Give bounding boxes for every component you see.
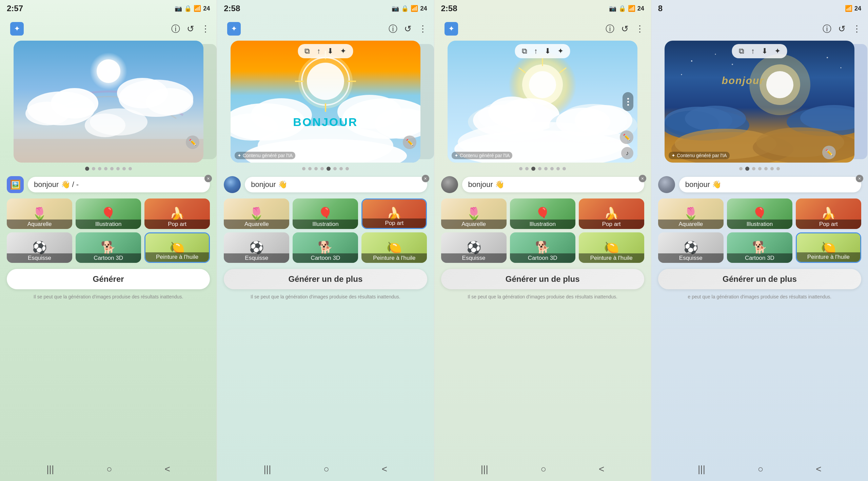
style-esquisse-1[interactable]: ⚽ Esquisse [7, 232, 72, 263]
download-icon-4[interactable]: ⬇ [762, 47, 768, 56]
style-popart-2[interactable]: 🍌 Pop art [361, 198, 427, 229]
style-peinture-2[interactable]: 🍋 Peinture à l'huile [361, 232, 427, 263]
close-prompt-1[interactable]: × [204, 175, 212, 182]
share-icon-4[interactable]: ↑ [751, 47, 755, 56]
dot-2-2 [308, 167, 312, 170]
edit-button-3[interactable]: ✏️ [620, 130, 633, 144]
more-icon-4[interactable]: ⋮ [852, 24, 861, 34]
style-popart-1[interactable]: 🍌 Pop art [144, 198, 210, 229]
style-cartoon3d-4[interactable]: 🐕 Cartoon 3D [727, 232, 792, 263]
info-icon-2[interactable]: ⓘ [389, 23, 397, 35]
close-prompt-3[interactable]: × [639, 175, 646, 182]
sparkle-icon-2[interactable]: ✦ [227, 22, 241, 36]
style-peinture-3[interactable]: 🍋 Peinture à l'huile [579, 232, 644, 263]
info-icon-3[interactable]: ⓘ [606, 23, 614, 35]
style-cartoon3d-2[interactable]: 🐕 Cartoon 3D [293, 232, 358, 263]
svg-point-64 [827, 57, 828, 58]
menu-nav-3[interactable]: ||| [481, 464, 488, 475]
main-image-3[interactable]: ⧉ ↑ ⬇ ✦ [448, 41, 637, 163]
dot-1-1 [85, 167, 89, 171]
style-peinture-4[interactable]: 🍋 Peinture à l'huile [796, 232, 861, 263]
download-icon-3[interactable]: ⬇ [545, 47, 551, 56]
refresh-icon-2[interactable]: ↺ [404, 24, 412, 34]
camera-icon-1: 📷 [175, 5, 182, 12]
style-aquarelle-2[interactable]: 🌷 Aquarelle [224, 198, 289, 229]
magic-icon-2[interactable]: ✦ [340, 47, 346, 56]
style-popart-4[interactable]: 🍌 Pop art [796, 198, 861, 229]
home-nav-4[interactable]: ○ [758, 464, 764, 475]
refresh-icon-4[interactable]: ↺ [838, 24, 846, 34]
close-prompt-4[interactable]: × [856, 175, 863, 182]
magic-icon-3[interactable]: ✦ [557, 47, 564, 56]
wifi-icon-1: 📶 [194, 5, 201, 12]
copy-icon-2[interactable]: ⧉ [304, 47, 310, 56]
home-nav-2[interactable]: ○ [323, 464, 329, 475]
back-nav-4[interactable]: < [816, 464, 821, 475]
generate-button-3[interactable]: Générer un de plus [441, 269, 644, 289]
back-nav-1[interactable]: < [165, 464, 170, 475]
generate-button-4[interactable]: Générer un de plus [658, 269, 861, 289]
dot-2-8 [346, 167, 349, 170]
style-popart-3[interactable]: 🍌 Pop art [579, 198, 644, 229]
sparkle-icon-1[interactable]: ✦ [10, 22, 24, 36]
dot-1-7 [122, 167, 126, 170]
more-icon-1[interactable]: ⋮ [201, 24, 210, 34]
more-icon-3[interactable]: ⋮ [635, 24, 644, 34]
style-aquarelle-3[interactable]: 🌷 Aquarelle [441, 198, 507, 229]
prompt-chip-1[interactable]: bonjour 👋 / - × [28, 177, 210, 192]
music-button-3[interactable]: ♪ [621, 147, 633, 159]
camera-icon-3: 📷 [609, 5, 616, 12]
refresh-icon-1[interactable]: ↺ [187, 24, 194, 34]
more-icon-2[interactable]: ⋮ [418, 24, 427, 34]
prompt-chip-4[interactable]: bonjour 👋 × [679, 177, 861, 192]
style-grid-1: 🌷 Aquarelle 🎈 Illustration 🍌 Pop art ⚽ E… [0, 196, 217, 266]
info-icon-4[interactable]: ⓘ [823, 23, 831, 35]
edit-button-1[interactable]: ✏️ [186, 135, 199, 149]
more-dots-3[interactable] [623, 92, 633, 111]
sparkle-icon-3[interactable]: ✦ [445, 22, 458, 36]
copy-icon-3[interactable]: ⧉ [522, 47, 527, 56]
style-peinture-1[interactable]: 🍋 Peinture à l'huile [144, 232, 210, 263]
svg-point-62 [732, 64, 733, 65]
generate-button-2[interactable]: Générer un de plus [224, 269, 427, 289]
avatar-2 [224, 176, 241, 193]
style-illustration-3[interactable]: 🎈 Illustration [510, 198, 575, 229]
download-icon-2[interactable]: ⬇ [327, 47, 333, 56]
copy-icon-4[interactable]: ⧉ [739, 47, 744, 56]
menu-nav-4[interactable]: ||| [698, 464, 705, 475]
home-nav-1[interactable]: ○ [106, 464, 112, 475]
home-nav-3[interactable]: ○ [540, 464, 546, 475]
style-esquisse-2[interactable]: ⚽ Esquisse [224, 232, 289, 263]
style-aquarelle-1[interactable]: 🌷 Aquarelle [7, 198, 72, 229]
info-icon-1[interactable]: ⓘ [171, 23, 180, 35]
menu-nav-2[interactable]: ||| [264, 464, 271, 475]
edit-button-2[interactable]: ✏️ [403, 135, 416, 149]
style-illustration-4[interactable]: 🎈 Illustration [727, 198, 792, 229]
generate-button-1[interactable]: Générer [7, 269, 210, 289]
back-nav-2[interactable]: < [382, 464, 387, 475]
style-cartoon3d-1[interactable]: 🐕 Cartoon 3D [76, 232, 141, 263]
main-image-2[interactable]: ⧉ ↑ ⬇ ✦ [231, 41, 420, 163]
style-esquisse-4[interactable]: ⚽ Esquisse [658, 232, 724, 263]
style-cartoon3d-3[interactable]: 🐕 Cartoon 3D [510, 232, 575, 263]
style-illustration-1[interactable]: 🎈 Illustration [76, 198, 141, 229]
svg-point-14 [307, 63, 344, 100]
style-label-illustration-4: Illustration [727, 219, 792, 229]
magic-icon-4[interactable]: ✦ [774, 47, 781, 56]
refresh-icon-3[interactable]: ↺ [621, 24, 629, 34]
style-esquisse-3[interactable]: ⚽ Esquisse [441, 232, 507, 263]
style-aquarelle-4[interactable]: 🌷 Aquarelle [658, 198, 724, 229]
menu-nav-1[interactable]: ||| [46, 464, 54, 475]
style-illustration-2[interactable]: 🎈 Illustration [293, 198, 358, 229]
share-icon-3[interactable]: ↑ [534, 47, 538, 56]
close-prompt-2[interactable]: × [422, 175, 429, 182]
dot-3-5 [544, 167, 548, 170]
main-image-1[interactable]: ✏️ [14, 41, 203, 163]
back-nav-3[interactable]: < [599, 464, 604, 475]
prompt-chip-2[interactable]: bonjour 👋 × [245, 177, 427, 192]
status-icons-3: 📷 🔒 📶 24 [609, 5, 644, 12]
prompt-chip-3[interactable]: bonjour 👋 × [462, 177, 644, 192]
prompt-icon-1[interactable]: 🖼️ [7, 176, 24, 193]
main-image-4[interactable]: ⧉ ↑ ⬇ ✦ [665, 41, 854, 163]
share-icon-2[interactable]: ↑ [317, 47, 320, 56]
